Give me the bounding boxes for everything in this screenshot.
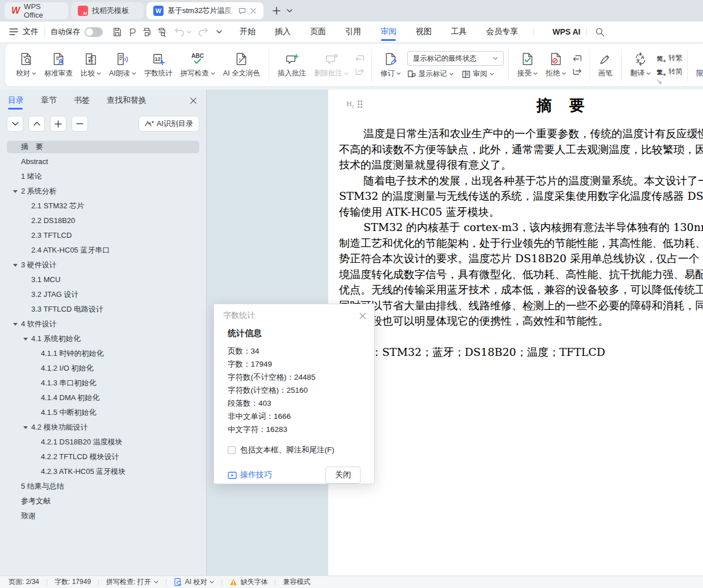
toc-item[interactable]: 3 硬件设计 — [0, 258, 206, 272]
sidebar-tab-查找和替换[interactable]: 查找和替换 — [107, 90, 147, 111]
autosave-toggle[interactable] — [85, 27, 103, 37]
toc-item[interactable]: 2.3 TFTLCD — [0, 228, 206, 243]
zoom-out-button[interactable] — [72, 116, 88, 132]
document-page[interactable]: H1 摘 要 温度是日常生活和农业生产中的一个重要参数，传统的温度计有反应缓慢，… — [328, 90, 703, 581]
menu-tab-页面[interactable]: 页面 — [300, 22, 336, 42]
undo-icon[interactable] — [172, 24, 187, 39]
proofread-button[interactable]: 校对 — [12, 49, 40, 81]
wps-ai-button[interactable]: WPS AI — [539, 27, 580, 36]
tips-link[interactable]: 操作技巧 — [228, 470, 272, 480]
toc-item[interactable]: 致谢 — [0, 509, 206, 523]
markup-state-dropdown[interactable]: 显示标记的最终状态 — [407, 51, 504, 66]
toc-item[interactable]: 4.1.3 串口初始化 — [0, 376, 206, 390]
toc-item[interactable]: Abstract — [0, 154, 206, 169]
standard-review-button[interactable]: 标准审查 — [40, 49, 77, 81]
compat-mode-indicator[interactable]: 兼容模式 — [283, 577, 310, 587]
spell-check-button[interactable]: ABC 拼写检查 — [177, 49, 219, 81]
menu-tab-会员专享[interactable]: 会员专享 — [476, 22, 528, 42]
sidebar-close-icon[interactable] — [190, 97, 197, 104]
to-simplified-button[interactable]: 繁 转简 — [656, 67, 683, 77]
toc-item[interactable]: 4.2.3 ATK-HC05 蓝牙模块 — [0, 464, 206, 479]
new-tab-icon[interactable] — [272, 6, 281, 15]
sidebar-tab-目录[interactable]: 目录 — [8, 90, 24, 111]
toc-item[interactable]: 4.2.1 DS18B20 温度模块 — [0, 435, 206, 450]
toc-item[interactable]: 1 绪论 — [0, 169, 206, 184]
to-traditional-button[interactable]: 简 转繁 — [656, 53, 683, 63]
toc-item[interactable]: 4.2.2 TFTLCD 模块设计 — [0, 450, 206, 464]
toc-item[interactable]: 4.1.2 I/O 初始化 — [0, 361, 206, 376]
word-count-button[interactable]: 12 字数统计 — [140, 49, 177, 81]
toc-item[interactable]: 3.2 JTAG 设计 — [0, 287, 206, 302]
toc-item[interactable]: 2.4 ATK-HC05 蓝牙串口 — [0, 243, 206, 258]
hamburger-icon[interactable] — [9, 28, 18, 35]
toc-item[interactable]: 4 软件设计 — [0, 317, 206, 331]
toc-item[interactable]: 2.2 DS18B20 — [0, 213, 206, 228]
toc-item[interactable]: 摘 要 — [7, 141, 199, 153]
ai-polish-button[interactable]: AI 全文润色 — [219, 49, 264, 81]
group-expand-icon[interactable] — [657, 79, 662, 85]
tab-document[interactable]: W 基于stm32芯片温度测量系统 — [147, 2, 263, 19]
collapse-triangle-icon[interactable] — [13, 264, 18, 267]
show-markup-button[interactable]: 显示标记 — [407, 69, 454, 79]
toc-item[interactable]: 4.1.1 时钟的初始化 — [0, 346, 206, 361]
toc-item[interactable]: 4.2 模块功能设计 — [0, 420, 206, 435]
sidebar-tab-章节[interactable]: 章节 — [41, 90, 57, 111]
toc-item[interactable]: 参考文献 — [0, 494, 206, 509]
dialog-title-bar[interactable]: 字数统计 — [214, 304, 374, 327]
tab-docer-templates[interactable]: AI 找稻壳模板 — [71, 2, 144, 19]
toc-item[interactable]: 5 结果与总结 — [0, 479, 206, 494]
toc-item[interactable]: 4.1.4 DMA 初始化 — [0, 390, 206, 405]
insert-comment-button[interactable]: 插入批注 — [274, 49, 310, 81]
ai-recognize-toc-button[interactable]: AI识别目录 — [139, 116, 199, 132]
missing-font-warning[interactable]: 缺失字体 — [229, 577, 267, 587]
menu-tab-审阅[interactable]: 审阅 — [371, 22, 406, 42]
redo-icon[interactable] — [196, 24, 211, 39]
include-textbox-checkbox-row[interactable]: 包括文本框、脚注和尾注(F) — [228, 445, 361, 455]
tab-comment-icon[interactable] — [238, 7, 246, 15]
reject-button[interactable]: 拒绝 — [542, 49, 570, 81]
undo-chevron-icon[interactable] — [187, 31, 191, 33]
ai-proofread-indicator[interactable]: AI 校对 — [174, 577, 215, 587]
collapse-triangle-icon[interactable] — [13, 323, 18, 326]
checkbox[interactable] — [228, 446, 236, 454]
tab-list-chevron-icon[interactable] — [287, 9, 292, 12]
ai-read-button[interactable]: AI朗读 — [105, 49, 140, 81]
menu-tab-工具[interactable]: 工具 — [441, 22, 476, 42]
toc-item[interactable]: 3.1 MCU — [0, 272, 206, 287]
print-icon[interactable] — [139, 24, 154, 39]
menu-tab-引用[interactable]: 引用 — [336, 22, 371, 42]
collapse-triangle-icon[interactable] — [23, 426, 28, 429]
toc-item[interactable]: 3.3 TFTLCD 电路设计 — [0, 302, 206, 317]
word-count-indicator[interactable]: 字数: 17949 — [55, 577, 91, 587]
next-comment-icon[interactable] — [355, 68, 365, 75]
delete-comment-button[interactable]: 删除批注 — [310, 49, 353, 81]
export-pdf-icon[interactable] — [124, 24, 139, 39]
file-menu[interactable]: 文件 — [23, 27, 39, 37]
toc-item[interactable]: 2 系统分析 — [0, 184, 206, 199]
review-pane-button[interactable]: 审阅 — [462, 69, 494, 79]
collapse-all-button[interactable] — [7, 116, 23, 132]
document-heading[interactable]: 摘 要 — [328, 95, 703, 116]
collapse-triangle-icon[interactable] — [13, 190, 18, 193]
translate-button[interactable]: A文 翻译 — [626, 49, 655, 81]
dialog-close-icon[interactable] — [359, 312, 366, 320]
spell-check-indicator[interactable]: 拼写检查: 打开 — [106, 577, 158, 587]
dialog-close-button[interactable]: 关闭 — [325, 467, 361, 484]
next-change-icon[interactable] — [572, 68, 582, 75]
toc-item[interactable]: 4.1.5 中断初始化 — [0, 405, 206, 420]
track-changes-button[interactable]: 修订 — [376, 49, 405, 81]
accept-button[interactable]: 接受 — [513, 49, 542, 81]
toc-item[interactable]: 4.1 系统初始化 — [0, 331, 206, 346]
previous-comment-icon[interactable] — [355, 54, 365, 62]
print-preview-icon[interactable] — [154, 24, 169, 39]
tab-close-icon[interactable] — [250, 7, 257, 14]
redo-chevron-icon[interactable] — [216, 30, 222, 33]
collapse-triangle-icon[interactable] — [23, 338, 28, 341]
tab-wps-office[interactable]: W WPS Office — [5, 2, 68, 19]
search-icon[interactable] — [592, 24, 607, 39]
restrict-editing-button[interactable]: 限制编辑 — [692, 49, 703, 81]
zoom-in-button[interactable] — [50, 116, 66, 132]
pen-button[interactable]: 画笔 — [594, 49, 617, 81]
menu-tab-插入[interactable]: 插入 — [265, 22, 300, 42]
menu-tab-视图[interactable]: 视图 — [406, 22, 441, 42]
